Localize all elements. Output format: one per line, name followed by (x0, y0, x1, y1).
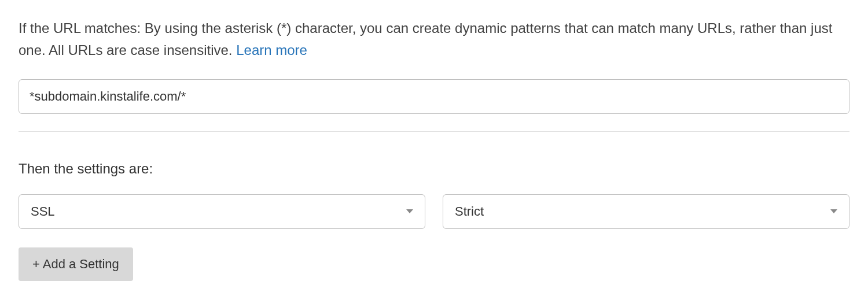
description-text: If the URL matches: By using the asteris… (19, 20, 832, 58)
setting-option-select[interactable]: SSL (19, 194, 425, 229)
setting-option-wrapper: SSL (19, 194, 425, 229)
learn-more-link[interactable]: Learn more (236, 42, 307, 58)
url-match-description: If the URL matches: By using the asteris… (19, 17, 849, 62)
settings-row: SSL Strict (19, 194, 849, 229)
section-divider (19, 131, 849, 132)
settings-section-label: Then the settings are: (19, 161, 849, 177)
setting-value-select[interactable]: Strict (443, 194, 849, 229)
add-setting-button[interactable]: + Add a Setting (19, 247, 133, 281)
url-pattern-input[interactable] (19, 79, 849, 114)
setting-value-wrapper: Strict (443, 194, 849, 229)
